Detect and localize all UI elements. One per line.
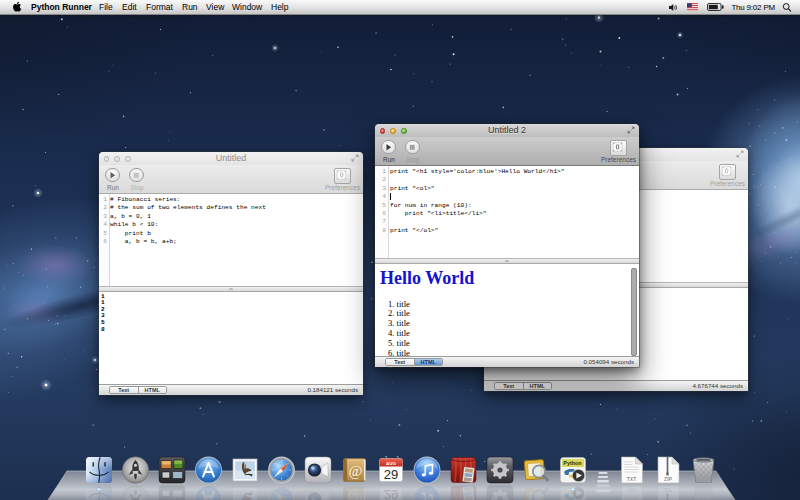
svg-text:Python: Python bbox=[563, 460, 581, 466]
svg-text:@: @ bbox=[348, 463, 362, 479]
svg-text:TXT: TXT bbox=[627, 476, 636, 482]
svg-text:AUG: AUG bbox=[386, 461, 396, 466]
svg-text:ZIP: ZIP bbox=[664, 476, 672, 482]
svg-text:29: 29 bbox=[384, 467, 398, 482]
